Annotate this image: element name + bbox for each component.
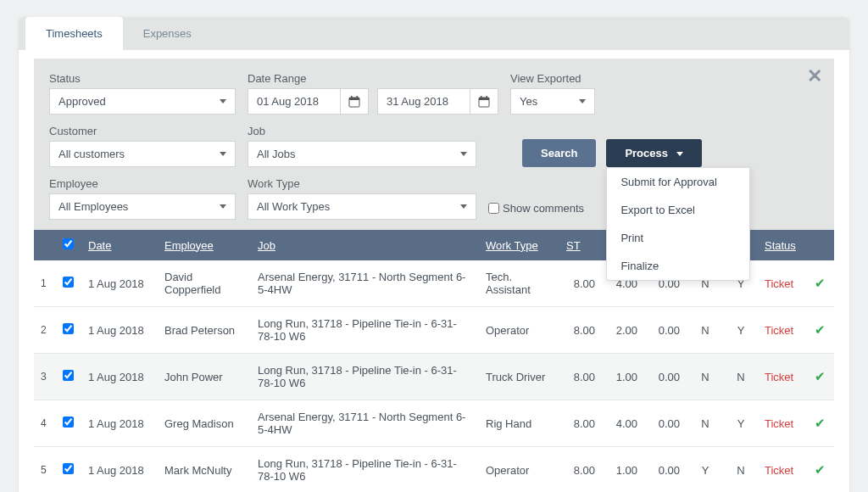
cell-st: 8.00 <box>559 260 602 307</box>
check-icon: ✔ <box>815 276 826 290</box>
work-type-value: All Work Types <box>257 200 330 213</box>
cell-ot: 1.00 <box>602 354 644 400</box>
cell-loa: Y <box>687 447 724 493</box>
cell-loa: N <box>687 354 724 400</box>
date-to-input[interactable]: 31 Aug 2018 <box>377 88 470 115</box>
cell-work-type: Tech. Assistant <box>479 260 559 307</box>
row-checkbox[interactable] <box>63 277 74 288</box>
svg-rect-6 <box>481 96 482 98</box>
row-checkbox[interactable] <box>63 463 74 474</box>
process-button[interactable]: Process <box>606 139 701 167</box>
date-to-picker-button[interactable] <box>470 88 498 115</box>
view-exported-select[interactable]: Yes <box>510 88 595 115</box>
cell-dt: 0.00 <box>644 307 687 354</box>
cell-st: 8.00 <box>559 307 602 354</box>
status-select[interactable]: Approved <box>49 88 236 115</box>
cell-work-type: Rig Hand <box>479 400 559 447</box>
search-button[interactable]: Search <box>522 139 596 167</box>
cell-bill: Y <box>724 307 758 354</box>
content-area: ✕ Status Approved Date Range 01 Aug <box>19 50 849 492</box>
svg-rect-3 <box>357 96 359 98</box>
cell-employee: John Power <box>158 354 251 400</box>
tab-expenses[interactable]: Expenses <box>123 17 212 50</box>
menu-submit-approval[interactable]: Submit for Approval <box>607 168 749 196</box>
menu-print[interactable]: Print <box>607 224 749 252</box>
table-row: 41 Aug 2018Greg MadisonArsenal Energy, 3… <box>34 400 834 447</box>
menu-finalize[interactable]: Finalize <box>607 252 749 280</box>
row-index: 2 <box>34 307 56 354</box>
col-work-type[interactable]: Work Type <box>486 239 538 252</box>
date-range-label: Date Range <box>248 72 498 85</box>
show-comments-label: Show comments <box>503 202 584 215</box>
cell-bill: N <box>724 354 758 400</box>
job-select[interactable]: All Jobs <box>248 141 476 167</box>
table-row: 31 Aug 2018John PowerLong Run, 31718 - P… <box>34 354 834 400</box>
row-checkbox[interactable] <box>63 417 74 428</box>
cell-date: 1 Aug 2018 <box>81 307 158 354</box>
cell-job: Long Run, 31718 - Pipeline Tie-in - 6-31… <box>251 307 479 354</box>
chevron-down-icon <box>460 204 467 209</box>
date-from-picker-button[interactable] <box>341 88 369 115</box>
show-comments-checkbox[interactable] <box>488 203 499 214</box>
check-icon: ✔ <box>815 322 826 337</box>
status-ticket-link[interactable]: Ticket <box>765 324 793 337</box>
timesheet-card: Timesheets Expenses ✕ Status Approved Da… <box>19 17 849 492</box>
status-ticket-link[interactable]: Ticket <box>765 277 793 290</box>
date-from-input[interactable]: 01 Aug 2018 <box>248 88 341 115</box>
cell-bill: Y <box>724 400 758 447</box>
chevron-down-icon <box>220 99 226 103</box>
cell-st: 8.00 <box>559 447 602 493</box>
col-date[interactable]: Date <box>88 239 111 252</box>
row-index: 1 <box>34 260 56 307</box>
cell-bill: N <box>724 447 758 493</box>
cell-job: Arsenal Energy, 31711 - North Segment 6-… <box>251 260 479 307</box>
menu-export-excel[interactable]: Export to Excel <box>607 196 749 224</box>
col-employee[interactable]: Employee <box>164 239 214 252</box>
status-ticket-link[interactable]: Ticket <box>765 371 793 383</box>
tab-bar: Timesheets Expenses <box>19 17 849 50</box>
svg-rect-7 <box>487 96 488 98</box>
cell-ot: 4.00 <box>602 400 644 447</box>
cell-employee: David Copperfield <box>158 260 251 307</box>
calendar-icon <box>348 96 360 108</box>
check-icon: ✔ <box>815 416 826 430</box>
work-type-label: Work Type <box>248 177 476 190</box>
status-value: Approved <box>58 95 106 108</box>
view-exported-value: Yes <box>520 95 537 108</box>
cell-dt: 0.00 <box>644 354 687 400</box>
tab-timesheets[interactable]: Timesheets <box>25 17 123 50</box>
status-ticket-link[interactable]: Ticket <box>765 417 793 430</box>
cell-dt: 0.00 <box>644 400 687 447</box>
date-to-value: 31 Aug 2018 <box>387 95 448 108</box>
cell-st: 8.00 <box>559 400 602 447</box>
cell-date: 1 Aug 2018 <box>81 260 158 307</box>
svg-rect-1 <box>349 98 359 100</box>
row-checkbox[interactable] <box>63 370 74 381</box>
row-checkbox[interactable] <box>63 323 74 334</box>
cell-date: 1 Aug 2018 <box>81 400 158 447</box>
customer-label: Customer <box>49 125 236 137</box>
cell-work-type: Operator <box>479 307 559 354</box>
chevron-down-icon <box>460 152 467 156</box>
table-row: 21 Aug 2018Brad PetersonLong Run, 31718 … <box>34 307 834 354</box>
process-dropdown: Submit for Approval Export to Excel Prin… <box>606 167 750 281</box>
col-job[interactable]: Job <box>258 239 275 252</box>
chevron-down-icon <box>220 152 226 156</box>
row-index: 4 <box>34 400 56 447</box>
svg-rect-5 <box>479 98 489 100</box>
cell-ot: 2.00 <box>602 307 644 354</box>
status-ticket-link[interactable]: Ticket <box>765 464 793 477</box>
view-exported-label: View Exported <box>510 72 595 85</box>
customer-select[interactable]: All customers <box>49 141 236 167</box>
status-label: Status <box>49 72 236 85</box>
process-button-label: Process <box>625 147 668 159</box>
job-label: Job <box>248 125 476 137</box>
job-value: All Jobs <box>257 148 296 160</box>
col-st[interactable]: ST <box>566 239 581 252</box>
filter-panel: ✕ Status Approved Date Range 01 Aug <box>34 59 834 230</box>
employee-select[interactable]: All Employees <box>49 193 236 220</box>
close-icon[interactable]: ✕ <box>807 65 822 87</box>
select-all-checkbox[interactable] <box>63 238 74 249</box>
cell-date: 1 Aug 2018 <box>81 354 158 400</box>
work-type-select[interactable]: All Work Types <box>248 193 476 220</box>
